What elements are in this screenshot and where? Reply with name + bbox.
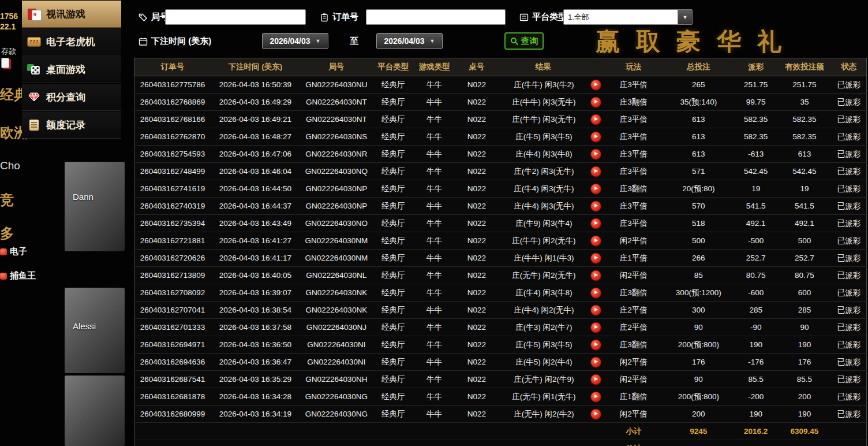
platform-type-select[interactable]: 1.全部 ▼ bbox=[563, 9, 693, 25]
result-cell: 庄(牛4) 闲3(无牛) bbox=[498, 198, 605, 215]
replay-button[interactable] bbox=[591, 392, 601, 402]
round-cell: GN022264030NI bbox=[300, 336, 373, 354]
bet-time-cell: 2026-04-03 16:36:50 bbox=[211, 336, 300, 354]
platform-cell: 经典厅 bbox=[373, 232, 413, 250]
bet-time-cell: 2026-04-03 16:43:49 bbox=[211, 215, 300, 232]
table-no-cell: N022 bbox=[455, 198, 498, 215]
game-type-cell: 牛牛 bbox=[413, 267, 455, 284]
game-type-cell: 牛牛 bbox=[413, 128, 455, 146]
replay-button[interactable] bbox=[591, 97, 601, 107]
round-cell: GN022264030NP bbox=[300, 180, 373, 198]
bet-time-cell: 2026-04-03 16:46:04 bbox=[211, 163, 300, 180]
order-number-input[interactable] bbox=[366, 9, 506, 25]
replay-button[interactable] bbox=[591, 322, 601, 332]
payout-cell: 492.1 bbox=[735, 215, 777, 232]
sidebar-item-label: 视讯游戏 bbox=[46, 8, 85, 21]
replay-button[interactable] bbox=[591, 288, 601, 298]
table-no-cell: N022 bbox=[455, 232, 498, 250]
replay-button[interactable] bbox=[591, 270, 601, 280]
order-cell: 260403162694971 bbox=[134, 336, 211, 354]
result-text: 庄(牛3) 闲2(牛7) bbox=[515, 323, 572, 332]
replay-button[interactable] bbox=[591, 374, 601, 384]
status-cell: 已派彩 bbox=[832, 354, 866, 371]
slot-machine-icon bbox=[27, 35, 41, 48]
replay-button[interactable] bbox=[591, 357, 601, 367]
replay-button[interactable] bbox=[591, 184, 601, 194]
dealer-name-fragment: Cho bbox=[0, 159, 20, 172]
status-cell: 已派彩 bbox=[832, 215, 866, 232]
total-bet-cell: 613 bbox=[663, 128, 734, 146]
replay-button[interactable] bbox=[591, 132, 601, 142]
replay-button[interactable] bbox=[591, 253, 601, 263]
play-type-cell: 庄3平倍 bbox=[605, 146, 663, 163]
chevron-down-icon: ▼ bbox=[678, 10, 692, 24]
result-text: 庄(牛5) 闲3(牛5) bbox=[515, 340, 572, 349]
result-text: 庄(牛9) 闲3(牛4) bbox=[515, 219, 572, 228]
replay-button[interactable] bbox=[591, 114, 601, 124]
result-cell: 庄(牛5) 闲3(牛5) bbox=[498, 336, 605, 354]
game-icon bbox=[0, 248, 7, 255]
result-cell: 庄(牛5) 闲2(牛4) bbox=[498, 354, 605, 371]
date-from-picker[interactable]: 2026/04/03 ▼ bbox=[262, 33, 328, 49]
sidebar-item-label: 桌面游戏 bbox=[46, 63, 85, 76]
bet-row: 2604031627416192026-04-03 16:44:50GN0222… bbox=[134, 180, 867, 198]
replay-button[interactable] bbox=[591, 218, 601, 228]
total-bet-cell: 90 bbox=[663, 319, 734, 336]
replay-button[interactable] bbox=[591, 305, 601, 315]
bet-records-panel: 赢取豪华礼 局号 订单号 平台类型 1.全部 ▼ 下注时间 (美东) 2026/… bbox=[134, 0, 868, 446]
col-platform: 平台类型 bbox=[373, 58, 413, 76]
search-button[interactable]: 查询 bbox=[504, 32, 544, 50]
result-cell: 庄(牛2) 闲3(无牛) bbox=[498, 163, 605, 180]
payout-cell: 85.5 bbox=[735, 371, 777, 388]
bet-row: 2604031627070412026-04-03 16:38:54GN0222… bbox=[134, 302, 867, 319]
bet-time-cell: 2026-04-03 16:38:54 bbox=[211, 302, 300, 319]
valid-bet-cell: 285 bbox=[777, 302, 832, 319]
replay-button[interactable] bbox=[591, 149, 601, 159]
chevron-down-icon: ▼ bbox=[430, 38, 435, 44]
replay-button[interactable] bbox=[591, 166, 601, 176]
round-cell: GN022264030NM bbox=[300, 232, 373, 250]
total-bet-cell: 300 bbox=[663, 302, 734, 319]
platform-cell: 经典厅 bbox=[373, 180, 413, 198]
status-cell: 已派彩 bbox=[832, 250, 866, 267]
play-type-cell: 闲2平倍 bbox=[605, 232, 663, 250]
play-type-cell: 庄3翻倍 bbox=[605, 94, 663, 111]
play-type-cell: 闲2平倍 bbox=[605, 267, 663, 284]
round-number-input[interactable] bbox=[165, 9, 306, 25]
replay-button[interactable] bbox=[591, 236, 601, 246]
result-cell: 庄(牛4) 闲2(无牛) bbox=[498, 302, 605, 319]
game-type-cell: 牛牛 bbox=[413, 406, 455, 423]
bet-row: 2604031627080922026-04-03 16:39:07GN0222… bbox=[134, 284, 867, 302]
sidebar: 视讯游戏 电子老虎机 桌面游戏 积分查询 额度记录 bbox=[22, 0, 121, 139]
replay-button[interactable] bbox=[591, 409, 601, 419]
replay-button[interactable] bbox=[591, 340, 601, 350]
payout-cell: 582.35 bbox=[735, 128, 777, 146]
play-type-cell: 闲2平倍 bbox=[605, 354, 663, 371]
order-cell: 260403162687541 bbox=[134, 371, 211, 388]
valid-bet-cell: 35 bbox=[777, 94, 832, 111]
replay-button[interactable] bbox=[591, 80, 601, 90]
round-cell: GN022264030NG bbox=[300, 388, 373, 406]
valid-bet-cell: 542.45 bbox=[777, 163, 832, 180]
bet-time-cell: 2026-04-03 16:50:39 bbox=[211, 76, 300, 94]
sidebar-item-credit-records[interactable]: 额度记录 bbox=[22, 111, 121, 139]
platform-cell: 经典厅 bbox=[373, 354, 413, 371]
result-cell: 庄(牛牛) 闲3(无牛) bbox=[498, 94, 605, 111]
sidebar-item-table-games[interactable]: 桌面游戏 bbox=[22, 55, 121, 83]
subtotal-valid: 6309.45 bbox=[777, 423, 832, 440]
result-text: 庄(牛2) 闲3(无牛) bbox=[514, 167, 574, 176]
replay-button[interactable] bbox=[591, 201, 601, 211]
date-to-picker[interactable]: 2026/04/03 ▼ bbox=[376, 33, 443, 49]
sidebar-item-label: 额度记录 bbox=[46, 118, 85, 132]
sidebar-item-live-games[interactable]: 视讯游戏 bbox=[22, 0, 121, 28]
result-cell: 庄(无牛) 闲1(无牛) bbox=[498, 388, 605, 406]
col-game-type: 游戏类型 bbox=[413, 58, 455, 76]
col-bet-time: 下注时间 (美东) bbox=[211, 58, 300, 76]
status-cell: 已派彩 bbox=[832, 76, 866, 94]
status-cell: 已派彩 bbox=[832, 180, 866, 198]
valid-bet-cell: 80.75 bbox=[777, 267, 832, 284]
game-type-cell: 牛牛 bbox=[413, 76, 455, 94]
sidebar-item-points-query[interactable]: 积分查询 bbox=[22, 83, 121, 111]
total-valid: 14406.15 bbox=[777, 440, 832, 446]
sidebar-item-slots[interactable]: 电子老虎机 bbox=[22, 28, 121, 55]
